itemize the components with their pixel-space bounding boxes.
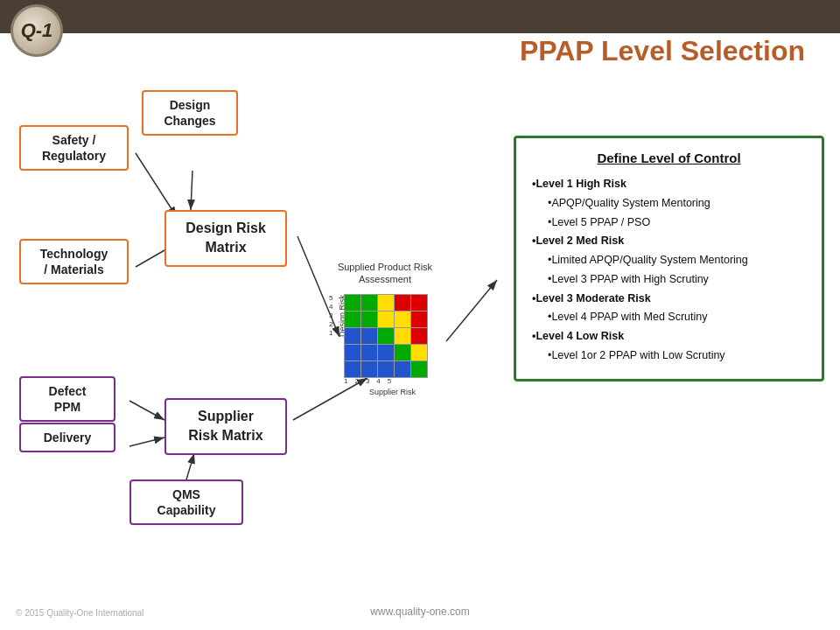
- y-axis-numbers: 12345: [329, 294, 332, 337]
- control-box-title: Define Level of Control: [532, 150, 806, 165]
- delivery-box: Delivery: [19, 423, 116, 452]
- footer-copyright: © 2015 Quality-One International: [16, 608, 144, 618]
- control-level-2-header: •Level 2 Med Risk: [532, 233, 806, 249]
- control-level-4-sub1: •Level 1or 2 PPAP with Low Scrutiny: [532, 347, 806, 364]
- defect-ppm-box: DefectPPM: [19, 376, 116, 422]
- footer-url: www.quality-one.com: [370, 606, 469, 618]
- svg-line-8: [186, 453, 194, 480]
- design-changes-box: DesignChanges: [142, 90, 238, 136]
- svg-line-4: [298, 236, 340, 337]
- svg-line-5: [446, 280, 497, 341]
- svg-line-1: [136, 153, 177, 217]
- control-box: Define Level of Control •Level 1 High Ri…: [514, 136, 824, 382]
- logo: Q-1: [10, 4, 63, 57]
- svg-line-2: [191, 171, 192, 210]
- x-axis-numbers: 12345: [344, 377, 391, 385]
- logo-text: Q-1: [10, 4, 63, 57]
- control-level-2-sub2: •Level 3 PPAP with High Scrutiny: [532, 271, 806, 288]
- svg-line-6: [130, 401, 164, 420]
- control-level-1-sub2: •Level 5 PPAP / PSO: [532, 214, 806, 231]
- supplier-risk-matrix-box: SupplierRisk Matrix: [164, 398, 287, 455]
- design-risk-matrix-box: Design RiskMatrix: [164, 210, 287, 267]
- technology-materials-box: Technology/ Materials: [19, 239, 129, 284]
- control-level-3-sub1: •Level 4 PPAP with Med Scrutiny: [532, 309, 806, 326]
- qms-capability-box: QMSCapability: [130, 480, 243, 525]
- control-level-4-header: •Level 4 Low Risk: [532, 328, 806, 345]
- supplier-risk-axis-label: Supplier Risk: [369, 388, 416, 396]
- risk-matrix-grid: [344, 294, 428, 378]
- header-bar: [0, 0, 840, 33]
- control-level-1-sub1: •APQP/Quality System Mentoring: [532, 195, 806, 212]
- safety-regulatory-box: Safety /Regulatory: [19, 125, 129, 171]
- control-level-3-header: •Level 3 Moderate Risk: [532, 290, 806, 307]
- control-level-1-header: •Level 1 High Risk: [532, 176, 806, 192]
- svg-line-7: [130, 438, 164, 446]
- control-level-2-sub1: •Limited APQP/Quality System Mentoring: [532, 252, 806, 269]
- page-title: PPAP Level Selection: [520, 35, 805, 67]
- spra-label: Supplied Product RiskAssessment: [337, 261, 433, 286]
